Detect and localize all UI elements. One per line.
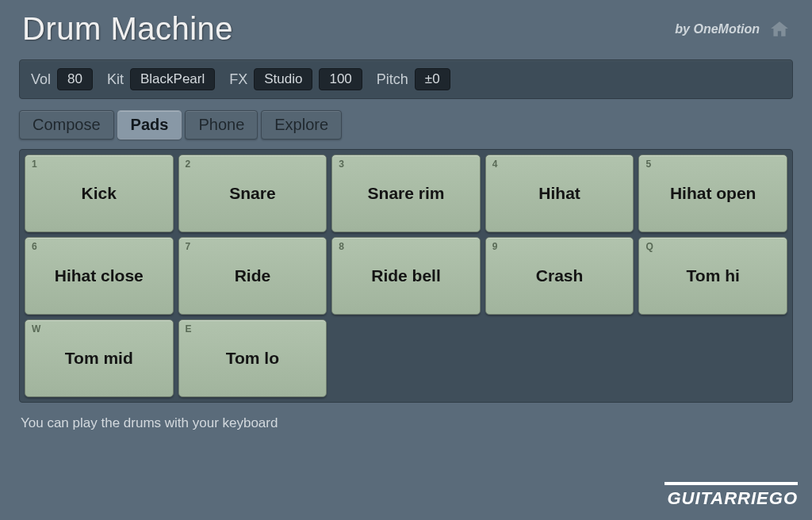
vol-control: Vol 80 <box>31 68 93 90</box>
pad-ride[interactable]: 7 Ride <box>178 237 327 315</box>
pad-label: Tom mid <box>65 349 133 368</box>
pad-key: 9 <box>492 241 498 252</box>
pad-hihat[interactable]: 4 Hihat <box>485 155 634 232</box>
watermark-text: GUITARRIEGO <box>665 488 798 509</box>
pad-tom-lo[interactable]: E Tom lo <box>178 319 327 397</box>
pad-crash[interactable]: 9 Crash <box>485 237 634 315</box>
pad-snare[interactable]: 2 Snare <box>178 155 327 232</box>
header-right: by OneMotion <box>675 19 790 40</box>
home-icon[interactable] <box>769 19 790 40</box>
pad-label: Snare <box>229 184 275 203</box>
pad-key: 4 <box>492 159 498 170</box>
pad-ride-bell[interactable]: 8 Ride bell <box>331 237 481 315</box>
pad-label: Hihat open <box>670 184 756 203</box>
pad-label: Crash <box>536 266 584 285</box>
watermark-line <box>665 482 798 485</box>
pad-key: W <box>32 323 40 335</box>
vol-value[interactable]: 80 <box>57 68 93 90</box>
pad-label: Kick <box>82 184 117 203</box>
pad-label: Tom lo <box>226 349 279 368</box>
pads-grid: 1 Kick 2 Snare 3 Snare rim 4 Hihat 5 Hih… <box>25 155 787 397</box>
pitch-value[interactable]: ±0 <box>415 68 450 90</box>
pad-kick[interactable]: 1 Kick <box>25 155 174 232</box>
fx-control: FX Studio 100 <box>229 68 362 90</box>
pad-key: 2 <box>186 159 191 170</box>
tab-pads[interactable]: Pads <box>117 110 182 140</box>
pitch-control: Pitch ±0 <box>377 68 450 90</box>
pitch-label: Pitch <box>377 71 408 88</box>
header: Drum Machine by OneMotion <box>0 0 812 55</box>
pad-key: 3 <box>339 159 344 170</box>
kit-value[interactable]: BlackPearl <box>130 68 215 90</box>
tab-row: Compose Pads Phone Explore <box>19 110 793 140</box>
pad-label: Tom hi <box>687 266 740 285</box>
tab-explore[interactable]: Explore <box>261 110 342 140</box>
pad-label: Ride bell <box>371 266 441 285</box>
help-text: You can play the drums with your keyboar… <box>21 415 791 431</box>
control-bar: Vol 80 Kit BlackPearl FX Studio 100 Pitc… <box>19 59 793 99</box>
pad-key: 7 <box>186 241 191 252</box>
pad-tom-mid[interactable]: W Tom mid <box>25 319 174 397</box>
vol-label: Vol <box>31 71 51 88</box>
kit-control: Kit BlackPearl <box>107 68 215 90</box>
pad-key: 6 <box>32 241 37 252</box>
pad-hihat-close[interactable]: 6 Hihat close <box>25 237 174 315</box>
pad-label: Hihat <box>538 184 580 203</box>
pad-key: Q <box>645 241 653 252</box>
tab-phone[interactable]: Phone <box>185 110 258 140</box>
pad-hihat-open[interactable]: 5 Hihat open <box>638 155 787 232</box>
pad-label: Hihat close <box>55 266 144 285</box>
pad-tom-hi[interactable]: Q Tom hi <box>638 237 787 315</box>
fx-label: FX <box>229 71 247 88</box>
fx-value[interactable]: Studio <box>254 68 312 90</box>
pad-label: Snare rim <box>368 184 445 203</box>
pad-label: Ride <box>235 266 271 285</box>
byline: by OneMotion <box>675 22 760 36</box>
pad-key: 1 <box>32 159 37 170</box>
pad-snare-rim[interactable]: 3 Snare rim <box>331 155 481 232</box>
kit-label: Kit <box>107 71 124 88</box>
pad-key: 5 <box>645 159 651 170</box>
pads-panel: 1 Kick 2 Snare 3 Snare rim 4 Hihat 5 Hih… <box>19 149 793 403</box>
watermark: GUITARRIEGO <box>665 482 798 509</box>
app-title: Drum Machine <box>22 11 233 47</box>
tab-compose[interactable]: Compose <box>19 110 114 140</box>
fx-amount[interactable]: 100 <box>319 68 362 90</box>
pad-key: 8 <box>339 241 344 252</box>
pad-key: E <box>186 323 192 335</box>
